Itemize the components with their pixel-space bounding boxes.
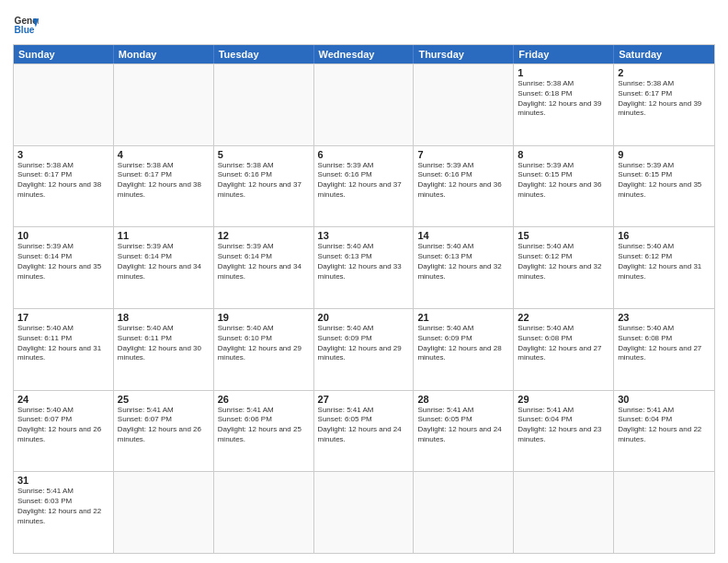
day-number: 27 [318, 394, 410, 405]
cal-cell: 29Sunrise: 5:41 AMSunset: 6:04 PMDayligh… [514, 391, 614, 472]
sun-info: Sunrise: 5:41 AMSunset: 6:04 PMDaylight:… [618, 406, 711, 445]
cal-cell: 6Sunrise: 5:39 AMSunset: 6:16 PMDaylight… [314, 146, 415, 227]
day-number: 8 [518, 149, 609, 160]
day-number: 15 [518, 230, 609, 241]
cal-cell: 9Sunrise: 5:39 AMSunset: 6:15 PMDaylight… [614, 146, 714, 227]
sun-info: Sunrise: 5:41 AMSunset: 6:07 PMDaylight:… [118, 406, 210, 445]
day-number: 13 [318, 230, 410, 241]
sun-info: Sunrise: 5:40 AMSunset: 6:13 PMDaylight:… [417, 242, 509, 282]
sun-info: Sunrise: 5:39 AMSunset: 6:16 PMDaylight:… [417, 161, 509, 201]
cal-cell: 26Sunrise: 5:41 AMSunset: 6:06 PMDayligh… [214, 391, 314, 472]
cal-cell: 22Sunrise: 5:40 AMSunset: 6:08 PMDayligh… [514, 309, 614, 390]
cal-cell: 8Sunrise: 5:39 AMSunset: 6:15 PMDaylight… [514, 146, 614, 227]
sun-info: Sunrise: 5:39 AMSunset: 6:15 PMDaylight:… [518, 161, 609, 201]
day-number: 18 [118, 312, 210, 323]
sun-info: Sunrise: 5:39 AMSunset: 6:15 PMDaylight:… [618, 161, 711, 201]
sun-info: Sunrise: 5:39 AMSunset: 6:14 PMDaylight:… [218, 242, 310, 282]
day-number: 14 [417, 230, 509, 241]
cal-cell: 20Sunrise: 5:40 AMSunset: 6:09 PMDayligh… [314, 309, 415, 390]
sun-info: Sunrise: 5:38 AMSunset: 6:17 PMDaylight:… [118, 161, 210, 201]
cal-cell: 25Sunrise: 5:41 AMSunset: 6:07 PMDayligh… [114, 391, 214, 472]
day-number: 22 [518, 312, 609, 323]
sun-info: Sunrise: 5:41 AMSunset: 6:06 PMDaylight:… [218, 406, 310, 445]
generalblue-icon: General Blue [13, 13, 39, 39]
sun-info: Sunrise: 5:40 AMSunset: 6:09 PMDaylight:… [417, 324, 509, 363]
cal-cell [414, 64, 514, 145]
sun-info: Sunrise: 5:38 AMSunset: 6:17 PMDaylight:… [17, 161, 109, 201]
cal-cell [14, 64, 114, 145]
cal-row-5: 31Sunrise: 5:41 AMSunset: 6:03 PMDayligh… [14, 471, 714, 553]
day-number: 23 [618, 312, 711, 323]
sun-info: Sunrise: 5:40 AMSunset: 6:11 PMDaylight:… [17, 324, 109, 363]
cal-cell: 27Sunrise: 5:41 AMSunset: 6:05 PMDayligh… [314, 391, 415, 472]
day-number: 2 [618, 67, 711, 78]
calendar-body: 1Sunrise: 5:38 AMSunset: 6:18 PMDaylight… [14, 63, 714, 553]
cal-cell [314, 472, 415, 553]
cal-cell: 4Sunrise: 5:38 AMSunset: 6:17 PMDaylight… [114, 146, 214, 227]
day-number: 30 [618, 394, 711, 405]
cal-cell: 16Sunrise: 5:40 AMSunset: 6:12 PMDayligh… [614, 227, 714, 308]
cal-row-2: 10Sunrise: 5:39 AMSunset: 6:14 PMDayligh… [14, 226, 714, 308]
logo: General Blue [13, 13, 42, 39]
cal-row-0: 1Sunrise: 5:38 AMSunset: 6:18 PMDaylight… [14, 63, 714, 145]
cal-cell: 5Sunrise: 5:38 AMSunset: 6:16 PMDaylight… [214, 146, 314, 227]
sun-info: Sunrise: 5:41 AMSunset: 6:03 PMDaylight:… [17, 487, 109, 526]
cal-cell: 23Sunrise: 5:40 AMSunset: 6:08 PMDayligh… [614, 309, 714, 390]
header-cell-thursday: Thursday [414, 45, 514, 63]
sun-info: Sunrise: 5:40 AMSunset: 6:12 PMDaylight:… [518, 242, 609, 282]
cal-cell: 21Sunrise: 5:40 AMSunset: 6:09 PMDayligh… [414, 309, 514, 390]
cal-cell: 18Sunrise: 5:40 AMSunset: 6:11 PMDayligh… [114, 309, 214, 390]
day-number: 4 [118, 149, 210, 160]
day-number: 9 [618, 149, 711, 160]
sun-info: Sunrise: 5:40 AMSunset: 6:10 PMDaylight:… [218, 324, 310, 363]
cal-row-4: 24Sunrise: 5:40 AMSunset: 6:07 PMDayligh… [14, 390, 714, 472]
day-number: 3 [17, 149, 109, 160]
day-number: 10 [17, 230, 109, 241]
sun-info: Sunrise: 5:40 AMSunset: 6:09 PMDaylight:… [318, 324, 410, 363]
cal-cell [414, 472, 514, 553]
day-number: 6 [318, 149, 410, 160]
sun-info: Sunrise: 5:38 AMSunset: 6:18 PMDaylight:… [518, 79, 609, 119]
sun-info: Sunrise: 5:39 AMSunset: 6:16 PMDaylight:… [318, 161, 410, 201]
day-number: 26 [218, 394, 310, 405]
header-cell-saturday: Saturday [614, 45, 714, 63]
sun-info: Sunrise: 5:40 AMSunset: 6:08 PMDaylight:… [618, 324, 711, 363]
day-number: 7 [417, 149, 509, 160]
calendar-header: SundayMondayTuesdayWednesdayThursdayFrid… [14, 45, 714, 63]
header-cell-sunday: Sunday [14, 45, 114, 63]
day-number: 1 [518, 67, 609, 78]
day-number: 11 [118, 230, 210, 241]
cal-cell [614, 472, 714, 553]
cal-cell: 11Sunrise: 5:39 AMSunset: 6:14 PMDayligh… [114, 227, 214, 308]
header: General Blue [13, 9, 715, 39]
cal-cell [214, 64, 314, 145]
day-number: 19 [218, 312, 310, 323]
cal-row-3: 17Sunrise: 5:40 AMSunset: 6:11 PMDayligh… [14, 308, 714, 390]
cal-cell [114, 64, 214, 145]
cal-cell: 7Sunrise: 5:39 AMSunset: 6:16 PMDaylight… [414, 146, 514, 227]
day-number: 21 [417, 312, 509, 323]
cal-cell: 2Sunrise: 5:38 AMSunset: 6:17 PMDaylight… [614, 64, 714, 145]
sun-info: Sunrise: 5:40 AMSunset: 6:13 PMDaylight:… [318, 242, 410, 282]
cal-cell: 15Sunrise: 5:40 AMSunset: 6:12 PMDayligh… [514, 227, 614, 308]
header-cell-tuesday: Tuesday [214, 45, 314, 63]
cal-cell: 31Sunrise: 5:41 AMSunset: 6:03 PMDayligh… [14, 472, 114, 553]
sun-info: Sunrise: 5:40 AMSunset: 6:12 PMDaylight:… [618, 242, 711, 282]
cal-cell: 13Sunrise: 5:40 AMSunset: 6:13 PMDayligh… [314, 227, 415, 308]
header-cell-friday: Friday [514, 45, 614, 63]
cal-cell: 28Sunrise: 5:41 AMSunset: 6:05 PMDayligh… [414, 391, 514, 472]
day-number: 24 [17, 394, 109, 405]
day-number: 25 [118, 394, 210, 405]
header-cell-monday: Monday [114, 45, 214, 63]
sun-info: Sunrise: 5:41 AMSunset: 6:04 PMDaylight:… [518, 406, 609, 445]
cal-cell: 14Sunrise: 5:40 AMSunset: 6:13 PMDayligh… [414, 227, 514, 308]
sun-info: Sunrise: 5:38 AMSunset: 6:17 PMDaylight:… [618, 79, 711, 119]
sun-info: Sunrise: 5:39 AMSunset: 6:14 PMDaylight:… [118, 242, 210, 282]
cal-cell: 12Sunrise: 5:39 AMSunset: 6:14 PMDayligh… [214, 227, 314, 308]
cal-cell [314, 64, 415, 145]
sun-info: Sunrise: 5:41 AMSunset: 6:05 PMDaylight:… [417, 406, 509, 445]
cal-cell: 30Sunrise: 5:41 AMSunset: 6:04 PMDayligh… [614, 391, 714, 472]
day-number: 20 [318, 312, 410, 323]
cal-cell: 1Sunrise: 5:38 AMSunset: 6:18 PMDaylight… [514, 64, 614, 145]
cal-cell [514, 472, 614, 553]
